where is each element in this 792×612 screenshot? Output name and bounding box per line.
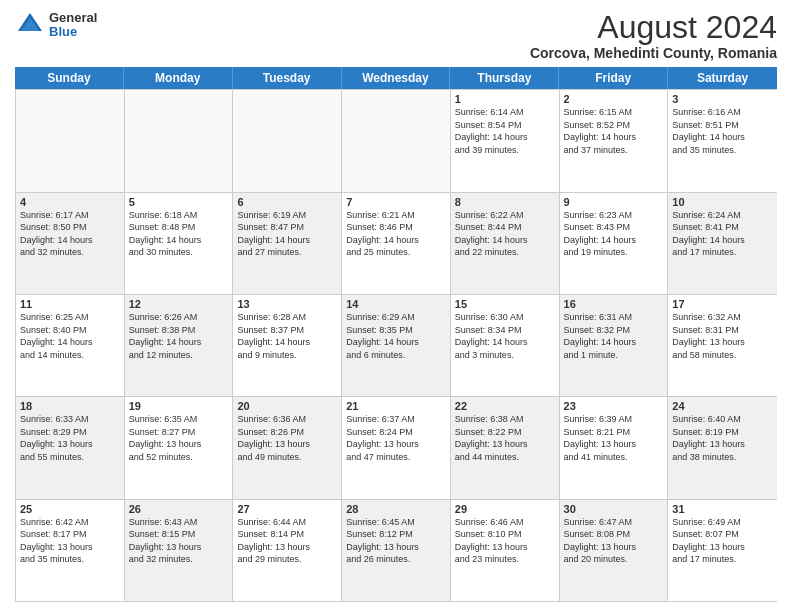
cell-info: Sunrise: 6:22 AMSunset: 8:44 PMDaylight:…	[455, 209, 555, 259]
logo-text: General Blue	[49, 11, 97, 40]
day-number: 19	[129, 400, 229, 412]
calendar-cell-8: 8Sunrise: 6:22 AMSunset: 8:44 PMDaylight…	[451, 193, 560, 294]
calendar-cell-26: 26Sunrise: 6:43 AMSunset: 8:15 PMDayligh…	[125, 500, 234, 601]
day-number: 17	[672, 298, 773, 310]
calendar-cell-16: 16Sunrise: 6:31 AMSunset: 8:32 PMDayligh…	[560, 295, 669, 396]
cell-info: Sunrise: 6:36 AMSunset: 8:26 PMDaylight:…	[237, 413, 337, 463]
day-number: 26	[129, 503, 229, 515]
cell-info: Sunrise: 6:43 AMSunset: 8:15 PMDaylight:…	[129, 516, 229, 566]
cell-info: Sunrise: 6:31 AMSunset: 8:32 PMDaylight:…	[564, 311, 664, 361]
cell-info: Sunrise: 6:33 AMSunset: 8:29 PMDaylight:…	[20, 413, 120, 463]
day-number: 28	[346, 503, 446, 515]
calendar-cell-18: 18Sunrise: 6:33 AMSunset: 8:29 PMDayligh…	[16, 397, 125, 498]
logo-general-text: General	[49, 11, 97, 25]
cell-info: Sunrise: 6:47 AMSunset: 8:08 PMDaylight:…	[564, 516, 664, 566]
cell-info: Sunrise: 6:24 AMSunset: 8:41 PMDaylight:…	[672, 209, 773, 259]
calendar-cell-empty-0-3	[342, 90, 451, 191]
cell-info: Sunrise: 6:14 AMSunset: 8:54 PMDaylight:…	[455, 106, 555, 156]
day-number: 29	[455, 503, 555, 515]
cell-info: Sunrise: 6:38 AMSunset: 8:22 PMDaylight:…	[455, 413, 555, 463]
calendar-cell-20: 20Sunrise: 6:36 AMSunset: 8:26 PMDayligh…	[233, 397, 342, 498]
calendar-cell-6: 6Sunrise: 6:19 AMSunset: 8:47 PMDaylight…	[233, 193, 342, 294]
calendar-cell-1: 1Sunrise: 6:14 AMSunset: 8:54 PMDaylight…	[451, 90, 560, 191]
header-day-saturday: Saturday	[668, 67, 777, 89]
day-number: 21	[346, 400, 446, 412]
cell-info: Sunrise: 6:40 AMSunset: 8:19 PMDaylight:…	[672, 413, 773, 463]
header-day-friday: Friday	[559, 67, 668, 89]
calendar-cell-11: 11Sunrise: 6:25 AMSunset: 8:40 PMDayligh…	[16, 295, 125, 396]
day-number: 20	[237, 400, 337, 412]
cell-info: Sunrise: 6:29 AMSunset: 8:35 PMDaylight:…	[346, 311, 446, 361]
day-number: 22	[455, 400, 555, 412]
day-number: 23	[564, 400, 664, 412]
day-number: 1	[455, 93, 555, 105]
calendar-cell-27: 27Sunrise: 6:44 AMSunset: 8:14 PMDayligh…	[233, 500, 342, 601]
calendar-cell-30: 30Sunrise: 6:47 AMSunset: 8:08 PMDayligh…	[560, 500, 669, 601]
calendar-cell-23: 23Sunrise: 6:39 AMSunset: 8:21 PMDayligh…	[560, 397, 669, 498]
logo-blue-text: Blue	[49, 25, 97, 39]
calendar-cell-12: 12Sunrise: 6:26 AMSunset: 8:38 PMDayligh…	[125, 295, 234, 396]
calendar-cell-10: 10Sunrise: 6:24 AMSunset: 8:41 PMDayligh…	[668, 193, 777, 294]
day-number: 8	[455, 196, 555, 208]
calendar-row-4: 25Sunrise: 6:42 AMSunset: 8:17 PMDayligh…	[16, 499, 777, 601]
cell-info: Sunrise: 6:23 AMSunset: 8:43 PMDaylight:…	[564, 209, 664, 259]
cell-info: Sunrise: 6:15 AMSunset: 8:52 PMDaylight:…	[564, 106, 664, 156]
day-number: 7	[346, 196, 446, 208]
cell-info: Sunrise: 6:37 AMSunset: 8:24 PMDaylight:…	[346, 413, 446, 463]
day-number: 31	[672, 503, 773, 515]
day-number: 12	[129, 298, 229, 310]
day-number: 5	[129, 196, 229, 208]
day-number: 18	[20, 400, 120, 412]
cell-info: Sunrise: 6:19 AMSunset: 8:47 PMDaylight:…	[237, 209, 337, 259]
cell-info: Sunrise: 6:28 AMSunset: 8:37 PMDaylight:…	[237, 311, 337, 361]
calendar-cell-3: 3Sunrise: 6:16 AMSunset: 8:51 PMDaylight…	[668, 90, 777, 191]
cell-info: Sunrise: 6:17 AMSunset: 8:50 PMDaylight:…	[20, 209, 120, 259]
day-number: 27	[237, 503, 337, 515]
calendar-cell-14: 14Sunrise: 6:29 AMSunset: 8:35 PMDayligh…	[342, 295, 451, 396]
day-number: 10	[672, 196, 773, 208]
calendar-cell-17: 17Sunrise: 6:32 AMSunset: 8:31 PMDayligh…	[668, 295, 777, 396]
day-number: 11	[20, 298, 120, 310]
calendar-row-2: 11Sunrise: 6:25 AMSunset: 8:40 PMDayligh…	[16, 294, 777, 396]
page-header: General Blue August 2024 Corcova, Mehedi…	[15, 10, 777, 61]
calendar-cell-24: 24Sunrise: 6:40 AMSunset: 8:19 PMDayligh…	[668, 397, 777, 498]
subtitle: Corcova, Mehedinti County, Romania	[530, 45, 777, 61]
day-number: 16	[564, 298, 664, 310]
calendar-cell-15: 15Sunrise: 6:30 AMSunset: 8:34 PMDayligh…	[451, 295, 560, 396]
calendar-cell-empty-0-0	[16, 90, 125, 191]
day-number: 15	[455, 298, 555, 310]
cell-info: Sunrise: 6:45 AMSunset: 8:12 PMDaylight:…	[346, 516, 446, 566]
cell-info: Sunrise: 6:44 AMSunset: 8:14 PMDaylight:…	[237, 516, 337, 566]
day-number: 3	[672, 93, 773, 105]
cell-info: Sunrise: 6:46 AMSunset: 8:10 PMDaylight:…	[455, 516, 555, 566]
day-number: 6	[237, 196, 337, 208]
cell-info: Sunrise: 6:16 AMSunset: 8:51 PMDaylight:…	[672, 106, 773, 156]
cell-info: Sunrise: 6:26 AMSunset: 8:38 PMDaylight:…	[129, 311, 229, 361]
calendar-cell-28: 28Sunrise: 6:45 AMSunset: 8:12 PMDayligh…	[342, 500, 451, 601]
header-day-sunday: Sunday	[15, 67, 124, 89]
calendar-body: 1Sunrise: 6:14 AMSunset: 8:54 PMDaylight…	[15, 89, 777, 602]
calendar-cell-9: 9Sunrise: 6:23 AMSunset: 8:43 PMDaylight…	[560, 193, 669, 294]
header-day-tuesday: Tuesday	[233, 67, 342, 89]
cell-info: Sunrise: 6:35 AMSunset: 8:27 PMDaylight:…	[129, 413, 229, 463]
calendar-cell-31: 31Sunrise: 6:49 AMSunset: 8:07 PMDayligh…	[668, 500, 777, 601]
calendar-cell-7: 7Sunrise: 6:21 AMSunset: 8:46 PMDaylight…	[342, 193, 451, 294]
cell-info: Sunrise: 6:39 AMSunset: 8:21 PMDaylight:…	[564, 413, 664, 463]
title-section: August 2024 Corcova, Mehedinti County, R…	[530, 10, 777, 61]
calendar-cell-4: 4Sunrise: 6:17 AMSunset: 8:50 PMDaylight…	[16, 193, 125, 294]
calendar-cell-empty-0-1	[125, 90, 234, 191]
day-number: 2	[564, 93, 664, 105]
day-number: 25	[20, 503, 120, 515]
calendar-cell-empty-0-2	[233, 90, 342, 191]
day-number: 4	[20, 196, 120, 208]
calendar-cell-21: 21Sunrise: 6:37 AMSunset: 8:24 PMDayligh…	[342, 397, 451, 498]
main-title: August 2024	[530, 10, 777, 45]
cell-info: Sunrise: 6:21 AMSunset: 8:46 PMDaylight:…	[346, 209, 446, 259]
logo-icon	[15, 10, 45, 40]
calendar-row-1: 4Sunrise: 6:17 AMSunset: 8:50 PMDaylight…	[16, 192, 777, 294]
calendar-row-3: 18Sunrise: 6:33 AMSunset: 8:29 PMDayligh…	[16, 396, 777, 498]
calendar-header: SundayMondayTuesdayWednesdayThursdayFrid…	[15, 67, 777, 89]
header-day-thursday: Thursday	[450, 67, 559, 89]
day-number: 13	[237, 298, 337, 310]
cell-info: Sunrise: 6:18 AMSunset: 8:48 PMDaylight:…	[129, 209, 229, 259]
